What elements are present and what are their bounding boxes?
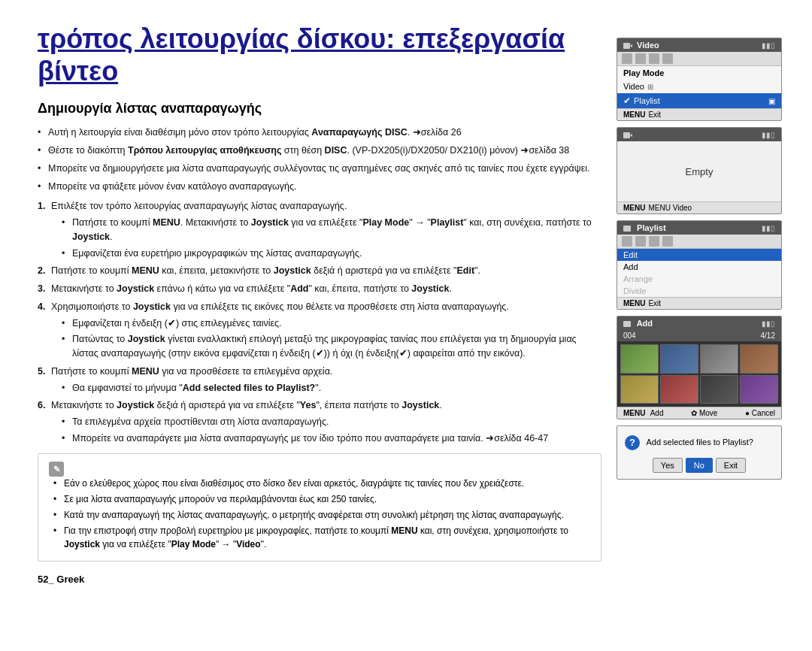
step-5-sub-1: Θα εμφανιστεί το μήνυμα "Add selected fi… [62,381,601,395]
video-icon [623,42,632,50]
icon-btn-1 [622,53,632,64]
thumbnail-grid [617,341,781,407]
empty-panel-body: Empty [617,141,781,201]
svg-marker-1 [630,44,632,48]
add-header-icon [623,320,632,328]
section-title: Δημιουργία λίστας αναπαραγωγής [38,101,601,117]
panel4-battery: ▮▮▯ [762,319,775,328]
panel-playlist-edit: Playlist ▮▮▯ Edit Add Arrange Divide MEN… [617,220,782,310]
icon-btn-5 [622,236,632,247]
step-1-sub-2: Εμφανίζεται ένα ευρετήριο μικρογραφικών … [62,247,601,261]
panel-confirm: ? Add selected files to Playlist? Yes No… [617,425,782,480]
bullet-3: Μπορείτε να δημιουργήσετε μια λίστα αναπ… [38,162,601,176]
page-title: τρόπος λειτουργίας δίσκου: επεξεργασία β… [38,23,601,87]
steps-list: Επιλέξτε τον τρόπο λειτουργίας αναπαραγω… [38,199,601,445]
svg-rect-2 [623,132,630,138]
icon-btn-2 [635,53,646,64]
svg-marker-3 [630,133,632,138]
step-6-sub-1: Τα επιλεγμένα αρχεία προστίθενται στη λί… [62,415,601,429]
panel2-footer: MENU MENU Video [617,201,781,213]
confirm-no-button[interactable]: No [686,458,713,473]
step-4-sub-2: Πατώντας το Joystick γίνεται εναλλακτική… [62,332,601,361]
playlist-header-icon [623,225,632,232]
empty-label: Empty [686,166,714,177]
menu-label-3: MENU [623,299,645,307]
note-2: Σε μια λίστα αναπαραγωγής μπορούν να περ… [53,492,590,506]
confirm-buttons[interactable]: Yes No Exit [625,458,774,473]
bullet-4: Μπορείτε να φτιάξετε μόνον έναν κατάλογο… [38,180,601,194]
counter-right: 4/12 [761,332,775,340]
confirm-yes-button[interactable]: Yes [653,458,683,473]
note-1: Εάν ο ελεύθερος χώρος που είναι διαθέσιμ… [53,477,590,490]
counter-left: 004 [623,332,636,340]
panel3-icon-bar [617,235,781,249]
panel4-top-bar: 004 4/12 [617,330,781,341]
step-1: Επιλέξτε τον τρόπο λειτουργίας αναπαραγω… [38,199,601,260]
step-2: Πατήστε το κουμπί MENU και, έπειτα, μετα… [38,264,601,278]
panel4-icons: ▮▮▯ [762,319,775,328]
panel1-row-playlist: ✔ Playlist ▣ [617,93,781,108]
icon-btn-7 [649,236,659,247]
panel-add-thumbnails: Add ▮▮▯ 004 4/12 MENU Add ✿ Move ● Cance… [617,316,782,419]
panel3-arrange-row: Arrange [617,273,781,285]
panel4-footer-add: MENU Add [623,409,663,417]
step-5: Πατήστε το κουμπί MENU για να προσθέσετε… [38,365,601,395]
panel1-header: Video ▮▮▯ [617,38,781,52]
step-4-sub-1: Εμφανίζεται η ένδειξη (✔) στις επιλεγμέν… [62,316,601,331]
note-3: Κατά την αναπαραγωγή της λίστας αναπαραγ… [53,508,590,522]
panel2-header: ▮▮▯ [617,128,781,141]
playlist-label: Playlist [634,96,660,105]
confirm-icon: ? [625,435,640,450]
icon-btn-3 [649,53,659,64]
panel1-icons: ▮▮▯ [762,41,775,50]
svg-rect-5 [623,321,631,327]
svg-rect-4 [623,226,631,232]
bullet-2: Θέστε το διακόπτη Τρόπου λειτουργίας απο… [38,144,601,158]
thumb-6 [660,375,698,404]
step-4: Χρησιμοποιήστε το Joystick για να επιλέξ… [38,300,601,361]
panel1-footer: MENU Exit [617,108,781,120]
main-content: τρόπος λειτουργίας δίσκου: επεξεργασία β… [38,23,601,628]
thumb-5 [620,375,659,404]
icon-btn-6 [635,236,646,247]
menu-label-4: MENU [623,409,645,417]
svg-rect-0 [623,43,630,49]
thumb-2 [660,344,698,373]
icon-btn-8 [662,236,673,247]
panel4-footer-cancel: ● Cancel [745,409,775,417]
panel3-edit-row: Edit [617,249,781,261]
panel-empty-video: ▮▮▯ Empty MENU MENU Video [617,127,782,214]
panel2-icons: ▮▮▯ [762,131,775,139]
panel3-icons: ▮▮▯ [762,224,775,232]
panel4-footer-move: ✿ Move [691,409,717,417]
panel1-icon-bar [617,52,781,66]
panel3-add-row: Add [617,261,781,273]
panel3-battery: ▮▮▯ [762,224,775,232]
video-icon-2 [623,132,632,139]
panel-video-playlist: Video ▮▮▯ Play Mode Video ⊞ ✔ Playlist ▣… [617,38,782,121]
panel1-battery: ▮▮▯ [762,41,775,50]
panel2-title [623,130,635,139]
playlist-icon: ▣ [768,97,775,105]
panel1-title: Video [623,41,659,50]
menu-label-2: MENU [623,204,645,212]
thumb-7 [700,375,738,404]
video-icon-small: ⊞ [647,83,653,91]
right-panels: Video ▮▮▯ Play Mode Video ⊞ ✔ Playlist ▣… [617,23,782,628]
confirm-exit-button[interactable]: Exit [716,458,746,473]
step-6-sub-2: Μπορείτε να αναπαράγετε μια λίστα αναπαρ… [62,431,601,446]
exit-label-1: Exit [648,111,661,119]
panel2-battery: ▮▮▯ [762,131,775,139]
thumb-3 [700,344,738,373]
panel3-footer: MENU Exit [617,297,781,309]
step-3: Μετακινήστε το Joystick επάνω ή κάτω για… [38,282,601,296]
video-label: Video [623,82,644,91]
thumb-8 [740,375,778,404]
note-4: Για την επιστροφή στην προβολή ευρετηρίο… [53,524,590,551]
note-box: ✎ Εάν ο ελεύθερος χώρος που είναι διαθέσ… [38,453,601,562]
bullet-1: Αυτή η λειτουργία είναι διαθέσιμη μόνο σ… [38,126,601,140]
panel4-footer: MENU Add ✿ Move ● Cancel [617,407,781,419]
panel3-title: Playlist [623,223,666,232]
intro-bullets: Αυτή η λειτουργία είναι διαθέσιμη μόνο σ… [38,126,601,193]
step-6: Μετακινήστε το Joystick δεξιά ή αριστερά… [38,398,601,445]
